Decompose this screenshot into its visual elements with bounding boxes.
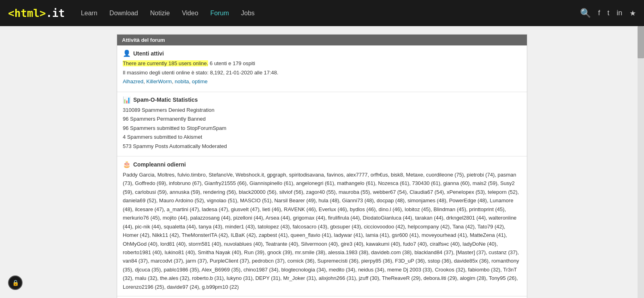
nav-forum[interactable]: Forum [211,10,229,17]
main-nav: Learn Download Notizie Video Forum Jobs [81,10,255,17]
main-wrapper: Attività del forum 👤 Utenti attivi There… [113,34,531,298]
birthday-icon: 🎂 [123,160,131,168]
spam-stat-3: 96 Spammers submitted to StopForumSpam [123,124,521,132]
spam-stat-5: 573 Spammy Posts Automatically Moderated [123,142,521,150]
nav-jobs[interactable]: Jobs [241,10,255,17]
nav-video[interactable]: Video [182,10,198,17]
scrollbar-thumb[interactable] [638,26,644,58]
compleanni-title: 🎂 Compleanni odierni [123,160,521,168]
max-online-line: Il massimo degli utenti online è stato: … [123,69,521,77]
spam-o-matic-section: 📊 Spam-O-Matic Statistics 310089 Spammer… [117,92,527,157]
search-icon[interactable]: 🔍 [580,8,591,18]
linkedin-icon[interactable]: in [617,9,622,17]
spam-stat-1: 310089 Spammers Denied Registration [123,106,521,114]
utenti-attivi-title: 👤 Utenti attivi [123,49,521,57]
forum-activity-header: Attività del forum [117,35,527,45]
nav-download[interactable]: Download [109,10,138,17]
user-alhazred[interactable]: Alhazred [123,78,143,84]
user-optime[interactable]: optime [192,78,208,84]
online-count-line: There are currently 185 users online. 6 … [123,60,521,68]
statistiche-section: 📊 Statistiche forum Discussioni: 930,033… [117,296,527,298]
nav-learn[interactable]: Learn [81,10,97,17]
facebook-icon[interactable]: f [598,9,600,17]
spam-stat-2: 96 Spammers Permanently Banned [123,115,521,123]
active-users-list: Alhazred, KillerWorm, nobita, optime [123,78,521,86]
scrollbar[interactable] [638,26,644,298]
user-nobita[interactable]: nobita [175,78,189,84]
user-killerworm[interactable]: KillerWorm [147,78,172,84]
birthday-list: Paddy Garcia, Moltres, fulvio.timbro, St… [123,171,521,291]
compleanni-section: 🎂 Compleanni odierni Paddy Garcia, Moltr… [117,156,527,296]
rss-icon[interactable]: ★ [630,9,636,18]
utenti-attivi-section: 👤 Utenti attivi There are currently 185 … [117,45,527,92]
online-count-suffix: 6 utenti e 179 ospiti [208,60,255,66]
site-logo[interactable]: <html>.it [8,7,65,19]
main-header: <html>.it Learn Download Notizie Video F… [0,0,644,26]
twitter-icon[interactable]: t [607,9,609,17]
online-count-highlight: There are currently 185 users online. [123,60,208,66]
spam-o-matic-title: 📊 Spam-O-Matic Statistics [123,96,521,104]
forum-activity-title: Attività del forum [122,37,165,43]
nav-notizie[interactable]: Notizie [150,10,170,17]
spam-stat-4: 4 Spammers submitted to Akismet [123,133,521,141]
users-icon: 👤 [123,49,131,57]
forum-activity-box: Attività del forum 👤 Utenti attivi There… [117,34,527,298]
cookie-icon: 🔒 [12,280,19,286]
header-right: 🔍 f t in ★ [580,8,636,18]
cookie-button[interactable]: 🔒 [8,275,23,290]
chart-icon: 📊 [123,96,131,104]
